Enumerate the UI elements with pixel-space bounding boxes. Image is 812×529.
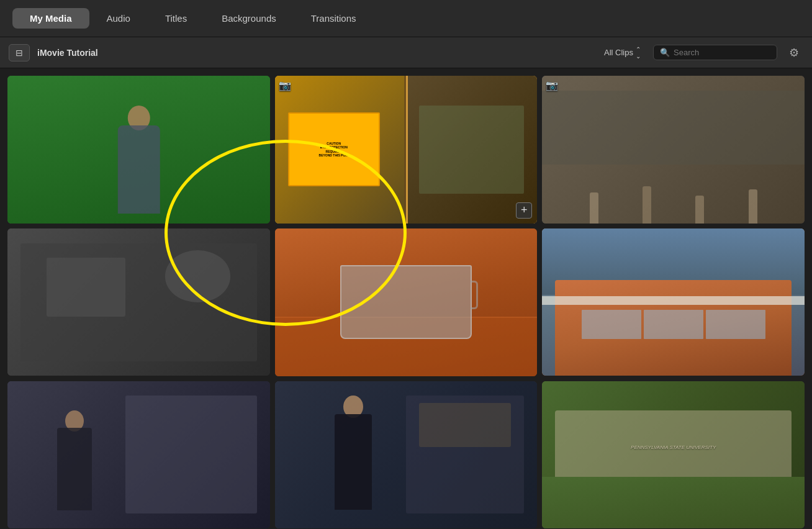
tab-audio[interactable]: Audio (89, 8, 148, 29)
plus-button[interactable]: + (516, 202, 532, 219)
tab-transitions[interactable]: Transitions (294, 8, 374, 29)
thumbnail-woman-machine (7, 381, 270, 529)
tab-my-media[interactable]: My Media (12, 8, 89, 29)
media-item[interactable] (7, 381, 270, 529)
media-item[interactable] (7, 76, 270, 224)
all-clips-label: All Clips (604, 48, 633, 57)
media-grid: CAUTIONEYE PROTECTIONREQUIREDBEYOND THIS… (7, 76, 805, 529)
search-box: 🔍 (653, 45, 777, 60)
camera-icon: 📷 (279, 79, 291, 91)
all-clips-dropdown[interactable]: All Clips ⌃⌄ (599, 43, 646, 62)
thumbnail-machinery (7, 228, 270, 376)
chevron-updown-icon: ⌃⌄ (636, 46, 641, 60)
plus-icon: + (521, 204, 528, 217)
thumbnail-mug (275, 228, 538, 376)
search-icon: 🔍 (660, 48, 670, 57)
sidebar-icon: ⊟ (16, 48, 23, 58)
tab-titles[interactable]: Titles (148, 8, 204, 29)
thumbnail-factory: 📷 (542, 76, 805, 224)
settings-button[interactable]: ⚙ (785, 43, 803, 62)
media-item[interactable]: PENNSYLVANIA STATE UNIVERSITY (542, 381, 805, 529)
media-item[interactable] (275, 381, 538, 529)
thumbnail-psu-sign: PENNSYLVANIA STATE UNIVERSITY (542, 381, 805, 529)
top-navigation: My Media Audio Titles Backgrounds Transi… (0, 0, 812, 37)
library-title: iMovie Tutorial (37, 48, 592, 58)
camera-icon: 📷 (546, 79, 558, 91)
thumbnail-green-screen (7, 76, 270, 224)
thumbnail-brick-building (542, 228, 805, 376)
media-item[interactable] (7, 228, 270, 376)
main-content: CAUTIONEYE PROTECTIONREQUIREDBEYOND THIS… (0, 68, 812, 529)
media-item[interactable]: 📷 (542, 76, 805, 224)
tab-backgrounds[interactable]: Backgrounds (204, 8, 294, 29)
media-item-selected[interactable]: CAUTIONEYE PROTECTIONREQUIREDBEYOND THIS… (275, 76, 538, 224)
media-item[interactable] (542, 228, 805, 376)
media-grid-wrapper[interactable]: CAUTIONEYE PROTECTIONREQUIREDBEYOND THIS… (0, 68, 812, 529)
search-input[interactable] (674, 48, 760, 57)
content-header: ⊟ iMovie Tutorial All Clips ⌃⌄ 🔍 ⚙ (0, 37, 812, 68)
thumbnail-caution-door: CAUTIONEYE PROTECTIONREQUIREDBEYOND THIS… (275, 76, 538, 224)
gear-icon: ⚙ (789, 46, 799, 60)
psu-sign-text: PENNSYLVANIA STATE UNIVERSITY (631, 445, 716, 450)
sidebar-toggle-button[interactable]: ⊟ (9, 44, 30, 61)
thumbnail-woman-interview2 (275, 381, 538, 529)
media-item[interactable] (275, 228, 538, 376)
